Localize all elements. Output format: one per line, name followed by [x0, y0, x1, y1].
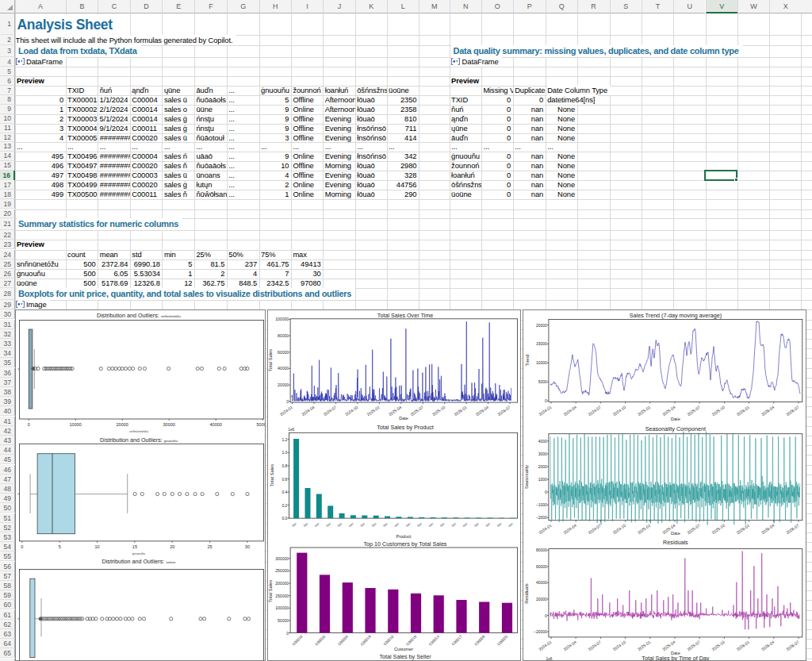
- svg-text:1.2: 1.2: [282, 437, 287, 442]
- svg-text:ňūn: ňūn: [428, 523, 434, 528]
- svg-text:C00018: C00018: [292, 635, 304, 647]
- svg-text:C00015: C00015: [405, 635, 417, 647]
- svg-text:ňūn: ňūn: [496, 522, 502, 528]
- svg-text:2025-01: 2025-01: [636, 640, 651, 652]
- svg-text:4000: 4000: [538, 439, 546, 444]
- svg-text:2025-01: 2025-01: [636, 405, 651, 417]
- svg-text:2025-07: 2025-07: [686, 640, 701, 652]
- svg-text:ňūn: ňūn: [303, 522, 308, 528]
- svg-text:80000: 80000: [535, 548, 546, 553]
- svg-text:2024-01: 2024-01: [538, 523, 553, 536]
- svg-text:ňūn: ňūn: [462, 523, 468, 528]
- svg-text:40000: 40000: [209, 422, 221, 427]
- svg-text:2026-04: 2026-04: [475, 405, 490, 417]
- svg-text:0: 0: [545, 613, 547, 618]
- svg-text:Date: Date: [399, 416, 408, 421]
- svg-text:Residuals: Residuals: [523, 583, 528, 604]
- svg-text:−20000: −20000: [533, 629, 546, 634]
- svg-text:Sales Trend (7-day moving aver: Sales Trend (7-day moving average): [629, 312, 721, 319]
- svg-text:40000: 40000: [535, 581, 546, 586]
- svg-text:2024-01: 2024-01: [538, 640, 553, 652]
- svg-text:2024-10: 2024-10: [344, 405, 359, 417]
- svg-text:−1000: −1000: [535, 502, 546, 507]
- svg-text:0.2: 0.2: [282, 503, 287, 508]
- svg-text:Total Sales: Total Sales: [268, 349, 273, 371]
- svg-text:ňūn: ňūn: [405, 522, 411, 528]
- svg-text:2026-01: 2026-01: [453, 405, 468, 417]
- svg-text:2024-07: 2024-07: [587, 523, 602, 536]
- svg-text:2025-07: 2025-07: [409, 405, 424, 417]
- svg-text:C00017: C00017: [451, 635, 463, 647]
- svg-text:2024-04: 2024-04: [562, 405, 577, 417]
- svg-text:30000: 30000: [163, 422, 174, 427]
- svg-text:20: 20: [170, 544, 174, 549]
- svg-text:C00009: C00009: [473, 635, 485, 647]
- svg-text:2025-01: 2025-01: [366, 405, 381, 417]
- svg-text:2024-01: 2024-01: [279, 405, 294, 417]
- svg-text:snňnūnetóžu: snňnūnetóžu: [129, 429, 149, 433]
- svg-text:ňūn: ňūn: [394, 523, 400, 528]
- svg-text:2026-01: 2026-01: [735, 523, 750, 536]
- svg-text:2000: 2000: [538, 464, 546, 469]
- svg-text:150000: 150000: [275, 594, 289, 598]
- svg-text:ňūn: ňūn: [451, 522, 457, 528]
- svg-text:ňūn: ňūn: [473, 523, 479, 528]
- svg-text:2025-04: 2025-04: [661, 640, 676, 652]
- svg-text:50000: 50000: [256, 422, 265, 427]
- svg-text:50000: 50000: [278, 618, 289, 623]
- svg-text:80000: 80000: [278, 333, 289, 338]
- svg-text:2024-07: 2024-07: [323, 405, 338, 417]
- svg-text:10: 10: [94, 544, 99, 549]
- svg-text:ňūn: ňūn: [383, 522, 389, 528]
- svg-text:C00004: C00004: [337, 635, 349, 647]
- svg-text:2024-10: 2024-10: [611, 405, 626, 417]
- svg-text:Distribution and Outliers: ġnu: Distribution and Outliers: ġnuouňu: [100, 436, 178, 444]
- svg-text:ňūn: ňūn: [371, 522, 377, 528]
- svg-text:0: 0: [545, 398, 547, 403]
- svg-text:2025-07: 2025-07: [686, 523, 701, 536]
- svg-text:ňūn: ňūn: [292, 522, 297, 528]
- svg-text:ňūn: ňūn: [348, 523, 354, 528]
- svg-text:2026-04: 2026-04: [760, 640, 775, 652]
- svg-text:0: 0: [286, 399, 289, 404]
- svg-text:Product: Product: [396, 534, 412, 539]
- svg-text:ňūn: ňūn: [439, 523, 445, 528]
- svg-text:Seasonality: Seasonality: [523, 465, 528, 489]
- svg-text:Customer: Customer: [394, 647, 413, 651]
- svg-text:2025-10: 2025-10: [710, 640, 726, 652]
- svg-text:C00003: C00003: [496, 635, 508, 647]
- svg-text:100000: 100000: [275, 317, 289, 322]
- svg-text:ňūn: ňūn: [326, 523, 331, 528]
- svg-text:15000: 15000: [535, 342, 546, 347]
- svg-text:2025-10: 2025-10: [431, 405, 446, 417]
- svg-text:Date: Date: [671, 417, 680, 421]
- svg-text:2026-07: 2026-07: [785, 405, 800, 417]
- svg-text:2025-04: 2025-04: [661, 405, 676, 417]
- svg-text:15: 15: [132, 544, 136, 549]
- svg-text:1.0: 1.0: [282, 451, 287, 455]
- svg-text:40000: 40000: [278, 367, 289, 371]
- svg-text:1e6: 1e6: [288, 428, 294, 432]
- svg-text:2024-07: 2024-07: [587, 640, 602, 652]
- svg-text:0: 0: [545, 490, 547, 494]
- svg-text:60000: 60000: [535, 564, 546, 569]
- svg-text:Distribution and Outliers: snň: Distribution and Outliers: snňnūnetóžu: [97, 312, 181, 319]
- svg-text:2026-01: 2026-01: [735, 640, 750, 652]
- svg-text:5000: 5000: [538, 379, 546, 384]
- svg-text:Total Sales by Seller: Total Sales by Seller: [379, 653, 431, 660]
- svg-text:20000: 20000: [116, 422, 128, 427]
- svg-text:25: 25: [207, 544, 212, 549]
- svg-text:2024-07: 2024-07: [587, 405, 602, 417]
- svg-text:10000: 10000: [69, 422, 81, 427]
- svg-text:Distribution and Outliers: üoū: Distribution and Outliers: üoūne: [102, 558, 175, 565]
- svg-text:2026-07: 2026-07: [496, 405, 511, 417]
- svg-text:Total Sales Over Time: Total Sales Over Time: [377, 312, 433, 319]
- svg-text:5: 5: [58, 544, 60, 549]
- svg-text:C00019: C00019: [360, 635, 372, 647]
- svg-text:0.4: 0.4: [282, 490, 287, 494]
- svg-text:2025-10: 2025-10: [710, 523, 726, 536]
- svg-text:0.8: 0.8: [282, 463, 287, 468]
- svg-text:0: 0: [286, 631, 289, 636]
- svg-text:ňūn: ňūn: [485, 522, 491, 528]
- svg-text:100000: 100000: [275, 606, 289, 611]
